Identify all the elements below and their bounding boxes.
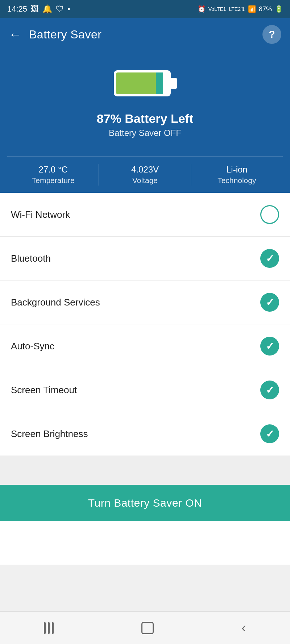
home-button[interactable]: [141, 622, 154, 634]
background-label: Background Services: [11, 297, 100, 308]
bluetooth-toggle[interactable]: [260, 249, 279, 268]
wifi-label: Wi-Fi Network: [11, 209, 70, 220]
recent-apps-icon: [44, 622, 54, 634]
page-title: Battery Saver: [29, 28, 102, 41]
autosync-label: Auto-Sync: [11, 341, 54, 352]
stat-voltage: 4.023V Voltage: [99, 157, 191, 193]
background-toggle[interactable]: [260, 293, 279, 312]
turn-on-label: Turn Battery Saver ON: [88, 497, 202, 509]
spacer-above-button: [0, 456, 290, 485]
status-bar: 14:25 🖼 🔔 🛡 • ⏰ VoLTE1 LTE2⇅ 📶 87% 🔋: [0, 0, 290, 18]
setting-background[interactable]: Background Services: [0, 281, 290, 324]
setting-bluetooth[interactable]: Bluetooth: [0, 237, 290, 281]
stat-temperature: 27.0 °C Temperature: [7, 157, 99, 193]
back-nav-button[interactable]: ‹: [241, 620, 246, 636]
app-bar: ← Battery Saver ?: [0, 18, 290, 51]
battery-info: 87% Battery Left Battery Saver OFF: [97, 112, 193, 153]
wifi-toggle[interactable]: [260, 205, 279, 224]
alarm-icon: ⏰: [198, 5, 206, 13]
status-bar-left: 14:25 🖼 🔔 🛡 •: [7, 4, 70, 14]
technology-label: Technology: [218, 176, 256, 185]
temperature-label: Temperature: [32, 176, 75, 185]
signal-icon: 📶: [248, 5, 256, 13]
stats-row: 27.0 °C Temperature 4.023V Voltage Li-io…: [7, 156, 283, 193]
screen-timeout-toggle[interactable]: [260, 381, 279, 399]
setting-autosync[interactable]: Auto-Sync: [0, 324, 290, 368]
help-icon: ?: [269, 29, 275, 40]
dot-icon: •: [67, 4, 70, 14]
setting-wifi[interactable]: Wi-Fi Network: [0, 193, 290, 237]
svg-rect-2: [156, 72, 163, 94]
status-bar-right: ⏰ VoLTE1 LTE2⇅ 📶 87% 🔋: [198, 5, 283, 13]
network-lte1: VoLTE1: [208, 6, 226, 12]
bell-icon: 🔔: [42, 4, 52, 14]
autosync-toggle[interactable]: [260, 337, 279, 356]
back-nav-icon: ‹: [241, 620, 246, 636]
settings-list: Wi-Fi Network Bluetooth Background Servi…: [0, 193, 290, 456]
hero-section: 87% Battery Left Battery Saver OFF 27.0 …: [0, 51, 290, 193]
turn-battery-saver-on-button[interactable]: Turn Battery Saver ON: [0, 485, 290, 521]
technology-value: Li-ion: [226, 165, 248, 175]
temperature-value: 27.0 °C: [39, 165, 68, 175]
battery-percentage-label: 87% Battery Left: [97, 112, 193, 126]
app-bar-left: ← Battery Saver: [9, 27, 102, 42]
battery-graphic: [112, 65, 178, 101]
stat-technology: Li-ion Technology: [191, 157, 283, 193]
help-button[interactable]: ?: [262, 25, 281, 44]
bluetooth-label: Bluetooth: [11, 253, 51, 264]
shield-icon: 🛡: [56, 4, 64, 14]
voltage-label: Voltage: [132, 176, 158, 185]
image-icon: 🖼: [31, 4, 39, 14]
setting-screen-timeout[interactable]: Screen Timeout: [0, 368, 290, 412]
bottom-spacer: [0, 521, 290, 565]
battery-icon: 🔋: [275, 5, 283, 13]
back-button[interactable]: ←: [9, 27, 22, 42]
home-icon: [141, 622, 154, 634]
brightness-toggle[interactable]: [260, 424, 279, 443]
battery-icon-wrapper: [112, 65, 178, 103]
voltage-value: 4.023V: [131, 165, 159, 175]
battery-status-text: 87%: [259, 5, 272, 13]
brightness-label: Screen Brightness: [11, 428, 88, 440]
status-time: 14:25: [7, 4, 27, 14]
svg-rect-3: [170, 78, 177, 89]
nav-bar: ‹: [0, 611, 290, 644]
battery-saver-status: Battery Saver OFF: [97, 128, 193, 138]
screen-timeout-label: Screen Timeout: [11, 385, 77, 396]
setting-brightness[interactable]: Screen Brightness: [0, 412, 290, 456]
recent-apps-button[interactable]: [44, 622, 54, 634]
network-lte2: LTE2⇅: [229, 6, 245, 12]
